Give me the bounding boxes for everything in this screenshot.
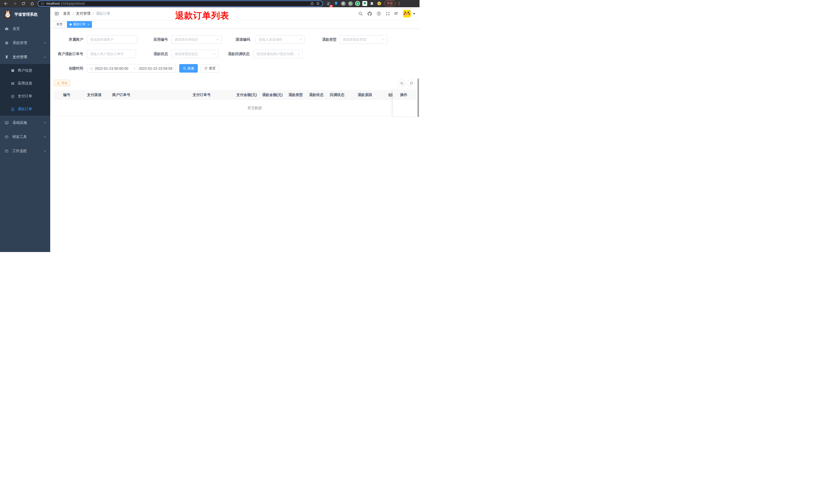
extension-recorder-icon[interactable] xyxy=(347,1,354,7)
notify-status-select[interactable]: 请选择通知商户退款结果( xyxy=(253,50,303,58)
site-info-icon[interactable] xyxy=(41,2,44,5)
breadcrumb: 首页 / 支付管理 / 退款订单 xyxy=(63,11,110,16)
chevron-down-icon xyxy=(299,38,302,41)
font-size-button[interactable]: tT xyxy=(394,12,398,16)
search-button[interactable]: 搜索 xyxy=(179,64,198,73)
sidebar-item-label: 支付管理 xyxy=(13,55,27,59)
share-icon[interactable] xyxy=(310,2,314,5)
emoji-face-icon xyxy=(377,1,381,6)
channel-code-select[interactable]: 请输入渠道编码 xyxy=(255,35,305,44)
extension-tab-manager-icon[interactable]: 10 xyxy=(325,1,332,7)
browser-menu-button[interactable] xyxy=(397,2,401,5)
tag-home[interactable]: 首页 xyxy=(54,21,65,28)
refresh-icon xyxy=(204,67,208,70)
column-header-pay-order-no: 支付订单号 xyxy=(193,90,211,100)
kite-icon xyxy=(335,2,338,5)
extension-emoji-icon[interactable] xyxy=(376,1,382,7)
bookmark-star-icon[interactable] xyxy=(316,2,320,5)
download-icon xyxy=(57,82,60,85)
sidebar-item-devtools[interactable]: 研发工具 xyxy=(0,130,50,144)
extensions-puzzle-icon[interactable] xyxy=(369,1,375,7)
column-header-refund-status: 退款状态 xyxy=(309,90,323,100)
app-id-select[interactable]: 请选择应用信息 xyxy=(171,35,221,44)
select-placeholder: 请输入渠道编码 xyxy=(259,37,299,42)
logo-rabbit-icon xyxy=(4,10,12,19)
table-header-row: 编号 支付渠道 商户订单号 支付订单号 支付金额(元) 退款金额(元) 退款类型… xyxy=(54,90,416,100)
refund-status-select[interactable]: 请选择退款状态 xyxy=(171,50,218,58)
back-arrow-icon xyxy=(4,2,8,6)
sidebar-item-workflow[interactable]: 工作流程 xyxy=(0,144,50,158)
browser-home-button[interactable] xyxy=(29,1,36,7)
browser-back-button[interactable] xyxy=(3,1,9,7)
select-placeholder: 请选择应用信息 xyxy=(175,37,216,42)
chevron-down-icon xyxy=(297,53,300,56)
browser-reload-button[interactable] xyxy=(20,1,27,7)
browser-toolbar: localhost:1024/pay/refund 10 ⌘ y 更新 xyxy=(0,0,420,7)
sidebar-logo[interactable]: 芋道管理系统 xyxy=(0,7,50,22)
sidebar-item-infra[interactable]: 基础设施 xyxy=(0,115,50,130)
browser-update-button[interactable]: 更新 xyxy=(384,1,395,6)
yen-icon: ¥ xyxy=(5,55,9,59)
refund-status-label: 退款状态 xyxy=(137,50,168,58)
sidebar-item-label: 应用信息 xyxy=(18,81,32,86)
forward-arrow-icon xyxy=(13,2,17,6)
tag-label: 首页 xyxy=(56,22,63,26)
reload-icon xyxy=(21,2,25,6)
date-start-value[interactable]: 2022-01-23 00:00:00 xyxy=(95,67,130,71)
select-placeholder: 请选择退款状态 xyxy=(175,52,213,56)
column-header-refund-type: 退款类型 xyxy=(288,90,303,100)
extension-kite-icon[interactable] xyxy=(333,1,339,7)
main-panel: 首页 / 支付管理 / 退款订单 tT 首页 xyxy=(50,7,420,252)
breadcrumb-home[interactable]: 首页 xyxy=(63,11,70,16)
puzzle-icon xyxy=(370,2,374,5)
export-button[interactable]: 导出 xyxy=(54,79,70,87)
reset-button[interactable]: 重置 xyxy=(201,64,219,73)
chevron-up-icon xyxy=(43,56,47,59)
vertical-scrollbar[interactable] xyxy=(417,78,419,117)
app-id-label: 应用编号 xyxy=(137,35,168,44)
chevron-down-icon xyxy=(43,41,47,44)
owner-merchant-label: 所属商户 xyxy=(52,35,83,44)
breadcrumb-separator: / xyxy=(73,12,74,16)
show-search-toggle-button[interactable] xyxy=(398,79,405,87)
pikachu-avatar-icon xyxy=(403,10,411,18)
sidebar-fold-button[interactable] xyxy=(54,11,59,16)
sidebar-item-home[interactable]: 首页 xyxy=(0,22,50,36)
reset-button-label: 重置 xyxy=(209,66,216,71)
monitor-check-icon xyxy=(5,121,9,125)
owner-merchant-input[interactable] xyxy=(87,35,137,44)
breadcrumb-pay[interactable]: 支付管理 xyxy=(76,11,90,16)
command-glyph-icon: ⌘ xyxy=(341,1,345,6)
browser-forward-button[interactable] xyxy=(11,1,18,7)
sidebar-item-system[interactable]: 系统管理 xyxy=(0,36,50,50)
fullscreen-button[interactable] xyxy=(386,11,390,16)
sidebar-item-app-info[interactable]: 应用信息 xyxy=(0,77,50,90)
avatar[interactable] xyxy=(403,10,411,18)
app-title: 芋道管理系统 xyxy=(14,12,38,17)
page-content: 所属商户 应用编号 请选择应用信息 渠道编码 请输入渠道编码 退款类型 请选择退… xyxy=(50,29,420,252)
extension-command-icon[interactable]: ⌘ xyxy=(340,1,346,7)
extension-chat-icon[interactable] xyxy=(361,1,368,7)
sidebar-item-refund-order[interactable]: 退款订单 xyxy=(0,103,50,115)
date-end-value[interactable]: 2022-01-23 23:59:59 xyxy=(139,67,175,71)
merchant-refund-no-input[interactable] xyxy=(87,50,136,58)
refund-type-select[interactable]: 请选择退款类型 xyxy=(339,35,387,44)
github-link-button[interactable] xyxy=(367,11,372,16)
refresh-table-button[interactable] xyxy=(408,79,415,87)
table-grid-icon xyxy=(11,82,15,86)
sidebar-item-label: 基础设施 xyxy=(13,121,27,125)
column-header-merchant-order-no: 商户订单号 xyxy=(112,90,130,100)
sidebar-item-pay-order[interactable]: 支付订单 xyxy=(0,90,50,103)
sidebar-item-pay[interactable]: ¥ 支付管理 xyxy=(0,50,50,64)
tag-refund-order[interactable]: 退款订单 × xyxy=(67,21,92,28)
header-search-button[interactable] xyxy=(358,11,363,16)
help-button[interactable] xyxy=(376,11,381,16)
breadcrumb-current: 退款订单 xyxy=(96,11,110,16)
close-icon[interactable]: × xyxy=(87,23,89,26)
column-header-refund-amount: 退款金额(元) xyxy=(262,90,283,100)
sidebar-item-merchant-info[interactable]: 商户信息 xyxy=(0,64,50,77)
user-menu[interactable] xyxy=(403,10,415,18)
url-bar[interactable]: localhost:1024/pay/refund xyxy=(38,1,323,7)
extension-y-icon[interactable]: y xyxy=(354,1,361,7)
create-time-range-picker[interactable]: 2022-01-23 00:00:00 - 2022-01-23 23:59:5… xyxy=(87,64,176,73)
